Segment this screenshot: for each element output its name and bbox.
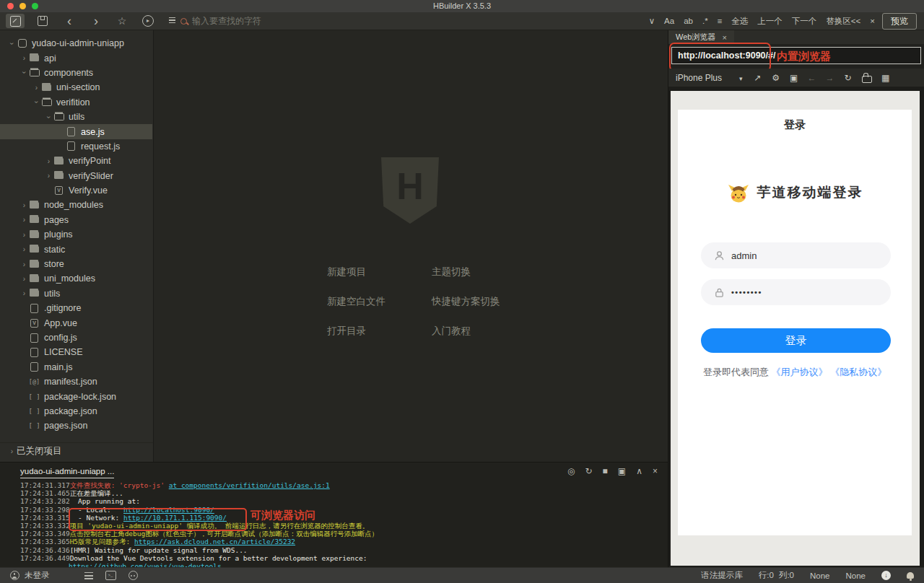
tree-item[interactable]: uni_modules: [0, 271, 152, 286]
console-link[interactable]: http://10.171.1.115:9090/: [123, 514, 227, 522]
chevron-icon[interactable]: [19, 54, 29, 62]
find-control[interactable]: 替换区<<: [826, 16, 860, 27]
console-link[interactable]: http://localhost:9090/: [123, 506, 214, 514]
tree-item[interactable]: Verify.vue: [0, 183, 152, 198]
chevron-icon[interactable]: [19, 216, 29, 224]
tree-item[interactable]: node_modules: [0, 198, 152, 212]
syntax-hint-lib[interactable]: 语法提示库: [701, 570, 743, 581]
privacy-agreement-link[interactable]: 《隐私协议》: [830, 367, 886, 377]
chevron-icon[interactable]: [19, 201, 29, 209]
chevron-icon[interactable]: [19, 245, 29, 253]
password-field[interactable]: ••••••••: [701, 279, 891, 305]
find-control[interactable]: .*: [702, 17, 708, 25]
browser-toolbar-icon[interactable]: ↻: [844, 73, 853, 83]
welcome-link[interactable]: 入门教程: [432, 325, 500, 338]
find-control[interactable]: ≡: [718, 17, 723, 25]
browser-toolbar-icon[interactable]: ←: [808, 73, 816, 83]
browser-toolbar-icon[interactable]: ↗: [754, 73, 762, 83]
user-agreement-link[interactable]: 《用户协议》: [772, 367, 828, 377]
browser-toolbar-icon[interactable]: →: [826, 73, 834, 83]
tree-item[interactable]: verifySlider: [0, 169, 152, 183]
preview-button[interactable]: 预览: [882, 13, 917, 30]
bookmark-button[interactable]: ☆: [113, 14, 131, 28]
chevron-icon[interactable]: [7, 40, 17, 48]
tree-item[interactable]: request.js: [0, 139, 152, 154]
console-toolbar-icon[interactable]: ■: [603, 466, 608, 476]
tree-item[interactable]: verifition: [0, 95, 152, 110]
tree-item[interactable]: App.vue: [0, 315, 152, 330]
tree-item[interactable]: package.json: [0, 404, 152, 418]
filetype-indicator[interactable]: None: [846, 571, 866, 580]
console-link[interactable]: https://ask.dcloud.net.cn/article/35232: [134, 538, 295, 545]
console-tab[interactable]: yudao-ui-admin-uniapp ...: [20, 467, 114, 478]
tree-item[interactable]: uni-section: [0, 80, 152, 95]
tree-item[interactable]: package-lock.json: [0, 389, 152, 403]
browser-toolbar-icon[interactable]: ▦: [881, 73, 890, 83]
browser-toolbar-icon[interactable]: [862, 76, 872, 83]
welcome-link[interactable]: 主题切换: [432, 266, 500, 279]
welcome-link[interactable]: 打开目录: [327, 325, 432, 338]
debug-icon[interactable]: [128, 571, 138, 580]
tree-item[interactable]: pages: [0, 213, 152, 227]
tree-item[interactable]: store: [0, 257, 152, 271]
tree-item[interactable]: manifest.json: [0, 374, 152, 389]
tree-item[interactable]: api: [0, 51, 152, 65]
find-control[interactable]: ×: [870, 17, 875, 25]
tree-item[interactable]: utils: [0, 286, 152, 301]
chevron-icon[interactable]: [19, 275, 29, 283]
tree-item[interactable]: LICENSE: [0, 345, 152, 359]
browser-toolbar-icon[interactable]: ▣: [790, 73, 798, 83]
chevron-icon[interactable]: [19, 289, 29, 297]
tree-item[interactable]: static: [0, 242, 152, 256]
run-button[interactable]: ▸: [139, 14, 157, 28]
tree-item[interactable]: config.js: [0, 330, 152, 345]
bell-icon[interactable]: [907, 572, 914, 579]
chevron-icon[interactable]: [19, 260, 29, 268]
encoding-indicator[interactable]: None: [810, 571, 830, 580]
console-toolbar-icon[interactable]: ∧: [636, 466, 642, 476]
console-toolbar-icon[interactable]: ×: [653, 466, 658, 476]
welcome-link[interactable]: 新建项目: [327, 266, 432, 279]
chevron-icon[interactable]: [19, 69, 29, 76]
chevron-icon[interactable]: [44, 172, 53, 180]
chevron-icon[interactable]: [44, 157, 53, 165]
find-control[interactable]: ∨: [649, 16, 655, 26]
tree-item[interactable]: pages.json: [0, 418, 152, 433]
find-control[interactable]: 下一个: [792, 16, 817, 27]
forward-button[interactable]: ›: [87, 14, 105, 28]
find-input[interactable]: 输入要查找的字符: [169, 14, 649, 28]
close-tab-icon[interactable]: [722, 33, 726, 42]
browser-tab[interactable]: Web浏览器: [668, 30, 734, 44]
chevron-icon[interactable]: [32, 84, 41, 92]
find-control[interactable]: Aa: [664, 17, 674, 25]
chevron-icon[interactable]: [19, 231, 29, 239]
outline-icon[interactable]: [84, 572, 93, 579]
save-button[interactable]: [33, 14, 52, 28]
find-control[interactable]: ab: [684, 17, 693, 25]
tree-item[interactable]: utils: [0, 110, 152, 124]
login-status[interactable]: 未登录: [10, 570, 50, 581]
browser-toolbar-icon[interactable]: ⚙: [772, 73, 780, 83]
username-field[interactable]: admin: [701, 242, 891, 268]
tree-item[interactable]: yudao-ui-admin-uniapp: [0, 36, 152, 51]
terminal-icon[interactable]: [105, 571, 116, 580]
tree-item[interactable]: plugins: [0, 227, 152, 242]
download-icon[interactable]: [881, 571, 891, 580]
console-link[interactable]: https://github.com/vuejs/vue-devtools: [69, 562, 222, 567]
cursor-position[interactable]: 行:0 列:0: [759, 570, 794, 581]
tree-item[interactable]: verifyPoint: [0, 154, 152, 168]
console-link[interactable]: at components/verifition/utils/ase.js:1: [169, 481, 330, 489]
device-selector[interactable]: iPhone Plus: [676, 73, 743, 83]
tree-item[interactable]: .gitignore: [0, 301, 152, 315]
chevron-icon[interactable]: [7, 447, 17, 455]
closed-projects-item[interactable]: 已关闭项目: [0, 442, 153, 459]
welcome-link[interactable]: 快捷键方案切换: [432, 295, 500, 308]
back-button[interactable]: ‹: [60, 14, 79, 28]
tree-item[interactable]: ase.js: [0, 124, 152, 139]
console-toolbar-icon[interactable]: ◎: [567, 466, 575, 476]
chevron-icon[interactable]: [32, 98, 41, 106]
tree-item[interactable]: main.js: [0, 360, 152, 374]
find-control[interactable]: 上一个: [757, 16, 783, 27]
login-button[interactable]: 登录: [701, 328, 891, 353]
tree-item[interactable]: components: [0, 66, 152, 80]
